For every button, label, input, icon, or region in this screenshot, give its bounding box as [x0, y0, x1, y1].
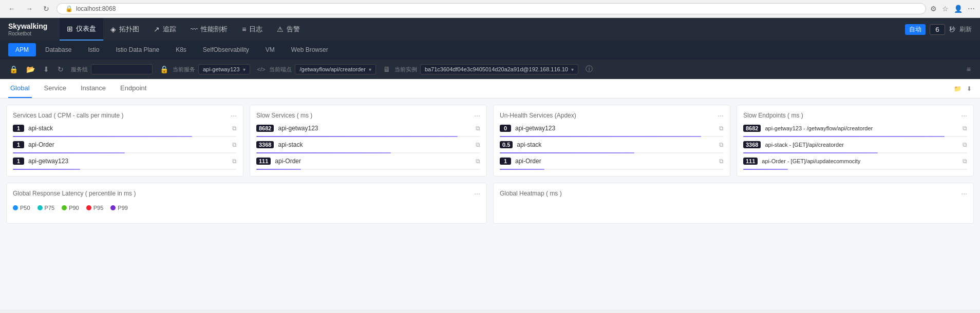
nav-item-dashboard[interactable]: ⊞ 仪表盘	[60, 18, 103, 41]
current-instance-selector[interactable]: ba71c3604df04e3c9405014d20a2a91d@192.168…	[420, 64, 578, 74]
slow-endpoints-menu[interactable]: ···	[961, 111, 967, 120]
sec-nav-k8s[interactable]: K8s	[168, 43, 194, 56]
nav-item-topology[interactable]: ◈ 拓扑图	[103, 18, 146, 41]
heatmap-menu[interactable]: ···	[961, 189, 967, 198]
reload-button[interactable]: ↻	[40, 4, 52, 14]
progress-bar-1	[13, 152, 125, 153]
address-bar[interactable]: 🔒 localhost:8068	[56, 3, 926, 14]
ep-copy-0[interactable]: ⧉	[963, 125, 967, 132]
slow-copy-1[interactable]: ⧉	[476, 141, 480, 148]
sec-nav-database[interactable]: Database	[38, 43, 79, 56]
ep-copy-2[interactable]: ⧉	[963, 158, 967, 165]
copy-icon-1[interactable]: ⧉	[232, 141, 237, 148]
tab-folder-icon[interactable]: 📁	[954, 85, 962, 92]
progress-bar-2	[13, 169, 80, 170]
list-item[interactable]: 8682 api-getway123 ⧉	[256, 125, 480, 132]
tab-global[interactable]: Global	[8, 79, 32, 98]
monitor-icon: 🖥	[382, 64, 391, 74]
list-item[interactable]: 1 api-Order ⧉	[13, 141, 237, 148]
latency-header: Global Response Latency ( percentile in …	[13, 189, 480, 198]
current-service-selector[interactable]: api-getway123 ▾	[198, 64, 250, 74]
services-load-menu[interactable]: ···	[231, 111, 237, 120]
toolbar-refresh-icon[interactable]: ↻	[56, 64, 65, 74]
un-health-menu[interactable]: ···	[718, 111, 724, 120]
p99-dot	[110, 205, 116, 210]
sec-nav-vm[interactable]: VM	[258, 43, 282, 56]
download-icon[interactable]: ⬇	[42, 64, 50, 74]
heatmap-panel: Global Heatmap ( ms ) ···	[493, 183, 974, 224]
current-endpoint-selector[interactable]: /getwayflow/api/creatorder ▾	[295, 64, 375, 74]
tab-endpoint[interactable]: Endpoint	[118, 79, 148, 98]
list-item[interactable]: 3368 api-stack - [GET]/api/creatorder ⧉	[743, 141, 967, 148]
forward-button[interactable]: →	[23, 4, 36, 14]
back-button[interactable]: ←	[5, 4, 18, 14]
settings-icon[interactable]: ≡	[966, 64, 972, 74]
ep-badge-0: 8682	[743, 125, 761, 132]
browser-chrome: ← → ↻ 🔒 localhost:8068 ⚙ ☆ 👤 ⋯	[0, 0, 980, 18]
slow-copy-2[interactable]: ⧉	[476, 158, 480, 165]
latency-panel: Global Response Latency ( percentile in …	[6, 183, 487, 224]
sec-nav-browser[interactable]: Web Browser	[284, 43, 335, 56]
sec-nav-istio[interactable]: Istio	[81, 43, 106, 56]
refresh-interval-input[interactable]	[930, 24, 945, 35]
latency-menu[interactable]: ···	[474, 189, 480, 198]
health-copy-1[interactable]: ⧉	[719, 141, 724, 148]
list-item[interactable]: 111 api-Order ⧉	[256, 158, 480, 165]
badge-3: 1	[13, 158, 24, 165]
latency-title: Global Response Latency ( percentile in …	[13, 190, 136, 197]
sec-nav-istio-data[interactable]: Istio Data Plane	[108, 43, 166, 56]
badge-2: 1	[13, 141, 24, 148]
bookmark-icon[interactable]: ☆	[942, 5, 949, 13]
p99-label: P99	[118, 205, 128, 211]
list-item[interactable]: 1 api-getway123 ⧉	[13, 158, 237, 165]
slow-progress-wrap-0	[256, 136, 480, 137]
nav-item-performance[interactable]: 〰 性能剖析	[183, 18, 235, 41]
list-item[interactable]: 111 api-Order - [GET]/api/updatecommocit…	[743, 158, 967, 165]
tab-icons: 📁 ⬇	[954, 85, 972, 92]
copy-icon-0[interactable]: ⧉	[232, 125, 237, 132]
nav-item-alert[interactable]: ⚠ 告警	[270, 18, 307, 41]
slow-copy-0[interactable]: ⧉	[476, 125, 480, 132]
slow-progress-bar-1	[256, 152, 391, 153]
p75-label: P75	[45, 205, 55, 211]
nav-item-log[interactable]: ≡ 日志	[235, 18, 270, 41]
health-item-1: api-stack	[517, 141, 719, 148]
tab-instance[interactable]: Instance	[79, 79, 108, 98]
ep-progress-bar-1	[743, 152, 878, 153]
app: Skywalking Rocketbot ⊞ 仪表盘 ◈ 拓扑图 ↗ 追踪 〰 …	[0, 18, 980, 309]
current-service-value: api-getway123	[203, 66, 240, 72]
p50-label: P50	[20, 205, 30, 211]
tab-service[interactable]: Service	[42, 79, 68, 98]
nav-item-trace[interactable]: ↗ 追踪	[146, 18, 183, 41]
health-copy-0[interactable]: ⧉	[719, 125, 724, 132]
sec-nav-self[interactable]: SelfObservability	[196, 43, 256, 56]
copy-icon-2[interactable]: ⧉	[232, 158, 237, 165]
ep-progress-wrap-1	[743, 152, 967, 153]
slow-services-title: Slow Services ( ms )	[256, 112, 312, 119]
service-group-selector: 服务组	[71, 64, 153, 74]
menu-icon[interactable]: ⋯	[968, 5, 975, 13]
slow-progress-bar-2	[256, 169, 301, 170]
health-copy-2[interactable]: ⧉	[719, 158, 724, 165]
nav-item-alert-label: 告警	[287, 25, 300, 34]
refresh-button[interactable]: 刷新	[959, 25, 972, 34]
dashboard-icon: ⊞	[67, 25, 73, 33]
list-item[interactable]: 3368 api-stack ⧉	[256, 141, 480, 148]
list-item[interactable]: 1 api-stack ⧉	[13, 125, 237, 132]
folder-icon[interactable]: 📂	[25, 64, 36, 74]
health-badge-2: 1	[500, 158, 511, 165]
tab-download-icon[interactable]: ⬇	[967, 85, 972, 92]
list-item[interactable]: 8682 api-getway123 - /getwayflow/api/cre…	[743, 125, 967, 132]
profile-icon[interactable]: 👤	[954, 5, 963, 13]
ep-copy-1[interactable]: ⧉	[963, 141, 967, 148]
info-icon[interactable]: ⓘ	[585, 64, 594, 75]
extensions-icon[interactable]: ⚙	[930, 5, 937, 13]
slow-services-menu[interactable]: ···	[474, 111, 480, 120]
top-nav: Skywalking Rocketbot ⊞ 仪表盘 ◈ 拓扑图 ↗ 追踪 〰 …	[0, 18, 980, 41]
list-item[interactable]: 0 api-getway123 ⧉	[500, 125, 724, 132]
ep-item-1: api-stack - [GET]/api/creatorder	[765, 142, 963, 148]
service-group-input[interactable]	[91, 64, 153, 74]
list-item[interactable]: 0.5 api-stack ⧉	[500, 141, 724, 148]
list-item[interactable]: 1 api-Order ⧉	[500, 158, 724, 165]
sec-nav-apm[interactable]: APM	[8, 43, 36, 56]
